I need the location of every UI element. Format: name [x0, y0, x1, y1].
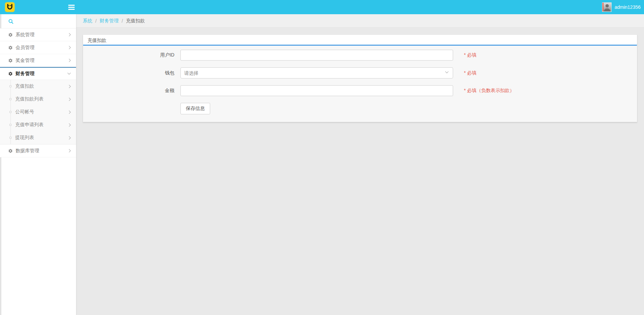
sidebar-subitem-recharge-deduct[interactable]: 充值扣款 — [0, 80, 76, 93]
hamburger-icon — [68, 5, 75, 6]
sidebar-item-database-mgmt[interactable]: 数据库管理 — [0, 144, 76, 157]
chevron-right-icon — [68, 123, 71, 127]
amount-input[interactable] — [180, 85, 453, 96]
square-bullet-icon — [9, 124, 11, 126]
breadcrumb-separator: / — [122, 18, 123, 24]
sidebar-subitem-label: 提现列表 — [15, 135, 68, 141]
breadcrumb-link-finance-mgmt[interactable]: 财务管理 — [100, 18, 119, 24]
square-bullet-icon — [9, 98, 11, 100]
sidebar-item-label: 系统管理 — [16, 32, 68, 38]
sidebar-item-system-mgmt[interactable]: 系统管理 — [0, 28, 76, 41]
chevron-right-icon — [68, 97, 71, 101]
sidebar-subitem-recharge-deduct-list[interactable]: 充值扣款列表 — [0, 93, 76, 106]
search-icon — [8, 19, 14, 24]
main-area: 充值扣款 用户ID * 必填 钱包 请选择 — [76, 28, 644, 129]
sidebar-item-label: 奖金管理 — [16, 58, 68, 64]
sidebar: 系统管理 会员管理 奖金管理 财务 — [0, 14, 76, 315]
breadcrumb-link-system[interactable]: 系统 — [83, 18, 92, 24]
topbar: admin12356 — [0, 0, 644, 14]
square-bullet-icon — [9, 137, 11, 139]
gear-icon — [8, 71, 13, 76]
sidebar-item-bonus-mgmt[interactable]: 奖金管理 — [0, 54, 76, 67]
form-row-submit: 保存信息 — [83, 103, 637, 114]
avatar — [602, 2, 612, 12]
username: admin12356 — [615, 4, 641, 10]
userid-required-note: * 必填 — [464, 52, 476, 58]
chevron-right-icon — [68, 46, 71, 49]
chevron-right-icon — [68, 33, 71, 37]
sidebar-subitem-label: 充值扣款 — [15, 83, 68, 89]
sidebar-subitem-recharge-request-list[interactable]: 充值申请列表 — [0, 118, 76, 131]
sidebar-search[interactable] — [0, 14, 76, 28]
form-row-wallet: 钱包 请选择 * 必填 — [83, 67, 637, 78]
panel-title: 充值扣款 — [83, 35, 637, 46]
square-bullet-icon — [9, 111, 11, 113]
gear-icon — [8, 58, 13, 63]
sidebar-item-label: 财务管理 — [16, 71, 68, 77]
finance-submenu: 充值扣款 充值扣款列表 公司帐号 充值申请列表 — [0, 80, 76, 144]
hamburger-menu-button[interactable] — [66, 0, 77, 14]
avatar-edge-strip — [602, 3, 603, 12]
wallet-label: 钱包 — [83, 70, 180, 76]
sidebar-nav: 系统管理 会员管理 奖金管理 财务 — [0, 28, 76, 157]
recharge-deduct-panel: 充值扣款 用户ID * 必填 钱包 请选择 — [83, 35, 637, 122]
form-row-userid: 用户ID * 必填 — [83, 50, 637, 61]
userid-input[interactable] — [180, 50, 453, 61]
gear-icon — [8, 149, 13, 153]
app-logo[interactable] — [5, 2, 15, 12]
chevron-right-icon — [68, 110, 71, 114]
sidebar-subitem-company-account[interactable]: 公司帐号 — [0, 106, 76, 118]
breadcrumb-current: 充值扣款 — [126, 18, 145, 24]
sidebar-subitem-label: 充值申请列表 — [15, 122, 68, 128]
square-bullet-icon — [9, 85, 11, 87]
sidebar-subitem-label: 充值扣款列表 — [15, 96, 68, 102]
save-button[interactable]: 保存信息 — [180, 103, 210, 114]
sidebar-search-input[interactable] — [16, 14, 76, 28]
hamburger-bar — [68, 7, 75, 8]
chevron-right-icon — [68, 59, 71, 62]
sidebar-item-label: 会员管理 — [16, 45, 68, 51]
wallet-required-note: * 必填 — [464, 70, 476, 76]
chevron-right-icon — [68, 136, 71, 139]
userid-label: 用户ID — [83, 52, 180, 58]
breadcrumb: 系统 / 财务管理 / 充值扣款 — [76, 14, 644, 28]
app-root: admin12356 系统管理 会员 — [0, 0, 644, 129]
user-menu[interactable]: admin12356 — [602, 0, 641, 14]
recharge-deduct-form: 用户ID * 必填 钱包 请选择 * 必填 — [83, 46, 637, 122]
sidebar-subitem-label: 公司帐号 — [15, 109, 68, 115]
form-row-amount: 金额 * 必填（负数表示扣款） — [83, 85, 637, 96]
main-content: 系统 / 财务管理 / 充值扣款 充值扣款 用户ID * 必填 钱包 — [76, 0, 644, 129]
smiley-logo-icon — [5, 2, 15, 12]
chevron-down-icon — [68, 71, 71, 75]
hamburger-bar — [68, 9, 75, 10]
sidebar-item-finance-mgmt[interactable]: 财务管理 — [0, 67, 76, 80]
sidebar-item-member-mgmt[interactable]: 会员管理 — [0, 41, 76, 54]
sidebar-subitem-withdraw-list[interactable]: 提现列表 — [0, 131, 76, 144]
chevron-right-icon — [68, 149, 71, 153]
amount-label: 金额 — [83, 88, 180, 94]
sidebar-item-label: 数据库管理 — [16, 148, 68, 154]
chevron-right-icon — [68, 85, 71, 88]
wallet-select[interactable]: 请选择 — [180, 67, 453, 78]
gear-icon — [8, 32, 13, 37]
amount-required-note: * 必填（负数表示扣款） — [464, 88, 514, 94]
person-photo-icon — [602, 3, 611, 12]
wallet-select-wrap: 请选择 — [180, 67, 453, 78]
breadcrumb-separator: / — [95, 18, 97, 24]
gear-icon — [8, 45, 13, 50]
